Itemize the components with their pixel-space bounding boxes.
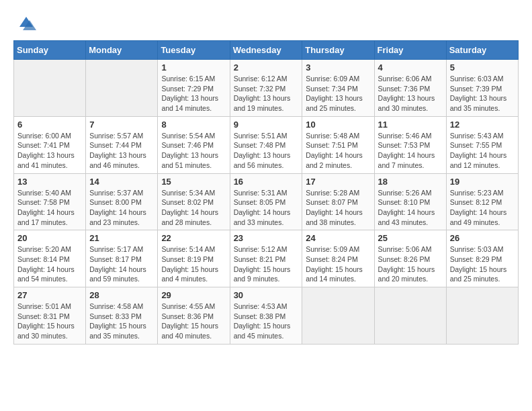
calendar-cell: 14Sunrise: 5:37 AMSunset: 8:00 PMDayligh… xyxy=(86,173,158,230)
calendar-header-sunday: Sunday xyxy=(14,41,86,60)
day-info: Sunrise: 5:12 AMSunset: 8:21 PMDaylight:… xyxy=(234,244,299,284)
day-info: Sunrise: 5:14 AMSunset: 8:19 PMDaylight:… xyxy=(161,244,226,284)
calendar-week-row: 27Sunrise: 5:01 AMSunset: 8:31 PMDayligh… xyxy=(14,287,519,345)
calendar-cell: 4Sunrise: 6:06 AMSunset: 7:36 PMDaylight… xyxy=(374,60,446,117)
calendar-week-row: 6Sunrise: 6:00 AMSunset: 7:41 PMDaylight… xyxy=(14,116,519,173)
calendar-week-row: 1Sunrise: 6:15 AMSunset: 7:29 PMDaylight… xyxy=(14,60,519,117)
day-number: 25 xyxy=(378,233,443,243)
day-number: 5 xyxy=(450,62,515,73)
day-info: Sunrise: 5:20 AMSunset: 8:14 PMDaylight:… xyxy=(17,244,82,284)
calendar-cell: 27Sunrise: 5:01 AMSunset: 8:31 PMDayligh… xyxy=(14,287,86,345)
day-info: Sunrise: 5:09 AMSunset: 8:24 PMDaylight:… xyxy=(306,244,370,284)
calendar-cell: 7Sunrise: 5:57 AMSunset: 7:44 PMDaylight… xyxy=(86,116,158,173)
day-number: 18 xyxy=(378,177,443,187)
day-number: 16 xyxy=(234,177,299,187)
day-info: Sunrise: 5:26 AMSunset: 8:10 PMDaylight:… xyxy=(378,188,443,228)
calendar-week-row: 13Sunrise: 5:40 AMSunset: 7:58 PMDayligh… xyxy=(14,173,519,230)
day-number: 11 xyxy=(378,120,443,130)
calendar-cell: 22Sunrise: 5:14 AMSunset: 8:19 PMDayligh… xyxy=(158,230,230,287)
day-info: Sunrise: 5:43 AMSunset: 7:55 PMDaylight:… xyxy=(450,131,515,171)
day-number: 29 xyxy=(161,290,226,300)
day-number: 15 xyxy=(161,177,226,187)
calendar-cell: 12Sunrise: 5:43 AMSunset: 7:55 PMDayligh… xyxy=(446,116,518,173)
calendar-header-row: SundayMondayTuesdayWednesdayThursdayFrid… xyxy=(14,41,519,60)
calendar-cell: 3Sunrise: 6:09 AMSunset: 7:34 PMDaylight… xyxy=(302,60,374,117)
calendar-cell: 24Sunrise: 5:09 AMSunset: 8:24 PMDayligh… xyxy=(302,230,374,287)
day-number: 3 xyxy=(306,62,370,73)
calendar-cell: 15Sunrise: 5:34 AMSunset: 8:02 PMDayligh… xyxy=(158,173,230,230)
calendar-header-saturday: Saturday xyxy=(446,41,518,60)
day-info: Sunrise: 5:46 AMSunset: 7:53 PMDaylight:… xyxy=(378,131,443,171)
day-number: 19 xyxy=(450,177,515,187)
calendar-cell: 16Sunrise: 5:31 AMSunset: 8:05 PMDayligh… xyxy=(230,173,302,230)
day-number: 23 xyxy=(234,233,299,243)
day-number: 13 xyxy=(17,177,82,187)
day-number: 26 xyxy=(450,233,515,243)
day-info: Sunrise: 6:06 AMSunset: 7:36 PMDaylight:… xyxy=(378,74,443,113)
day-number: 14 xyxy=(89,177,154,187)
calendar-cell: 8Sunrise: 5:54 AMSunset: 7:46 PMDaylight… xyxy=(158,116,230,173)
day-number: 2 xyxy=(234,62,299,73)
calendar-cell: 11Sunrise: 5:46 AMSunset: 7:53 PMDayligh… xyxy=(374,116,446,173)
calendar-cell xyxy=(374,287,446,345)
calendar-cell: 29Sunrise: 4:55 AMSunset: 8:36 PMDayligh… xyxy=(158,287,230,345)
day-info: Sunrise: 5:40 AMSunset: 7:58 PMDaylight:… xyxy=(17,188,82,228)
calendar-cell: 18Sunrise: 5:26 AMSunset: 8:10 PMDayligh… xyxy=(374,173,446,230)
day-number: 28 xyxy=(89,290,154,300)
day-info: Sunrise: 5:17 AMSunset: 8:17 PMDaylight:… xyxy=(89,244,154,284)
calendar-cell: 28Sunrise: 4:58 AMSunset: 8:33 PMDayligh… xyxy=(86,287,158,345)
day-number: 4 xyxy=(378,62,443,73)
day-info: Sunrise: 6:12 AMSunset: 7:32 PMDaylight:… xyxy=(234,74,299,113)
day-number: 24 xyxy=(306,233,370,243)
calendar-cell: 2Sunrise: 6:12 AMSunset: 7:32 PMDaylight… xyxy=(230,60,302,117)
day-number: 10 xyxy=(306,120,370,130)
calendar-cell: 26Sunrise: 5:03 AMSunset: 8:29 PMDayligh… xyxy=(446,230,518,287)
calendar-cell: 10Sunrise: 5:48 AMSunset: 7:51 PMDayligh… xyxy=(302,116,374,173)
calendar-cell xyxy=(14,60,86,117)
day-info: Sunrise: 5:37 AMSunset: 8:00 PMDaylight:… xyxy=(89,188,154,228)
calendar-header-monday: Monday xyxy=(86,41,158,60)
calendar-cell xyxy=(446,287,518,345)
calendar-cell: 17Sunrise: 5:28 AMSunset: 8:07 PMDayligh… xyxy=(302,173,374,230)
day-info: Sunrise: 5:06 AMSunset: 8:26 PMDaylight:… xyxy=(378,244,443,284)
day-info: Sunrise: 5:34 AMSunset: 8:02 PMDaylight:… xyxy=(161,188,226,228)
calendar-cell: 19Sunrise: 5:23 AMSunset: 8:12 PMDayligh… xyxy=(446,173,518,230)
day-number: 30 xyxy=(234,290,299,300)
day-number: 12 xyxy=(450,120,515,130)
day-number: 7 xyxy=(89,120,154,130)
day-info: Sunrise: 6:15 AMSunset: 7:29 PMDaylight:… xyxy=(161,74,226,113)
day-number: 1 xyxy=(161,62,226,73)
day-info: Sunrise: 5:31 AMSunset: 8:05 PMDaylight:… xyxy=(234,188,299,228)
logo xyxy=(13,13,36,34)
day-number: 9 xyxy=(234,120,299,130)
calendar-header-tuesday: Tuesday xyxy=(158,41,230,60)
day-info: Sunrise: 6:00 AMSunset: 7:41 PMDaylight:… xyxy=(17,131,82,171)
calendar-cell: 30Sunrise: 4:53 AMSunset: 8:38 PMDayligh… xyxy=(230,287,302,345)
day-number: 27 xyxy=(17,290,82,300)
page-header xyxy=(13,13,519,34)
day-number: 17 xyxy=(306,177,370,187)
day-info: Sunrise: 4:53 AMSunset: 8:38 PMDaylight:… xyxy=(234,302,299,341)
calendar-cell: 13Sunrise: 5:40 AMSunset: 7:58 PMDayligh… xyxy=(14,173,86,230)
day-info: Sunrise: 5:01 AMSunset: 8:31 PMDaylight:… xyxy=(17,302,82,341)
calendar-cell: 9Sunrise: 5:51 AMSunset: 7:48 PMDaylight… xyxy=(230,116,302,173)
day-number: 8 xyxy=(161,120,226,130)
calendar-cell xyxy=(86,60,158,117)
logo-icon xyxy=(16,13,36,34)
day-info: Sunrise: 5:57 AMSunset: 7:44 PMDaylight:… xyxy=(89,131,154,171)
day-info: Sunrise: 6:09 AMSunset: 7:34 PMDaylight:… xyxy=(306,74,370,113)
calendar-week-row: 20Sunrise: 5:20 AMSunset: 8:14 PMDayligh… xyxy=(14,230,519,287)
calendar-cell: 5Sunrise: 6:03 AMSunset: 7:39 PMDaylight… xyxy=(446,60,518,117)
day-info: Sunrise: 5:28 AMSunset: 8:07 PMDaylight:… xyxy=(306,188,370,228)
calendar-cell: 1Sunrise: 6:15 AMSunset: 7:29 PMDaylight… xyxy=(158,60,230,117)
calendar-cell: 23Sunrise: 5:12 AMSunset: 8:21 PMDayligh… xyxy=(230,230,302,287)
calendar-cell: 20Sunrise: 5:20 AMSunset: 8:14 PMDayligh… xyxy=(14,230,86,287)
day-number: 21 xyxy=(89,233,154,243)
day-number: 6 xyxy=(17,120,82,130)
day-info: Sunrise: 5:54 AMSunset: 7:46 PMDaylight:… xyxy=(161,131,226,171)
day-info: Sunrise: 5:48 AMSunset: 7:51 PMDaylight:… xyxy=(306,131,370,171)
calendar-cell: 21Sunrise: 5:17 AMSunset: 8:17 PMDayligh… xyxy=(86,230,158,287)
calendar-header-friday: Friday xyxy=(374,41,446,60)
day-info: Sunrise: 5:51 AMSunset: 7:48 PMDaylight:… xyxy=(234,131,299,171)
day-info: Sunrise: 4:58 AMSunset: 8:33 PMDaylight:… xyxy=(89,302,154,341)
